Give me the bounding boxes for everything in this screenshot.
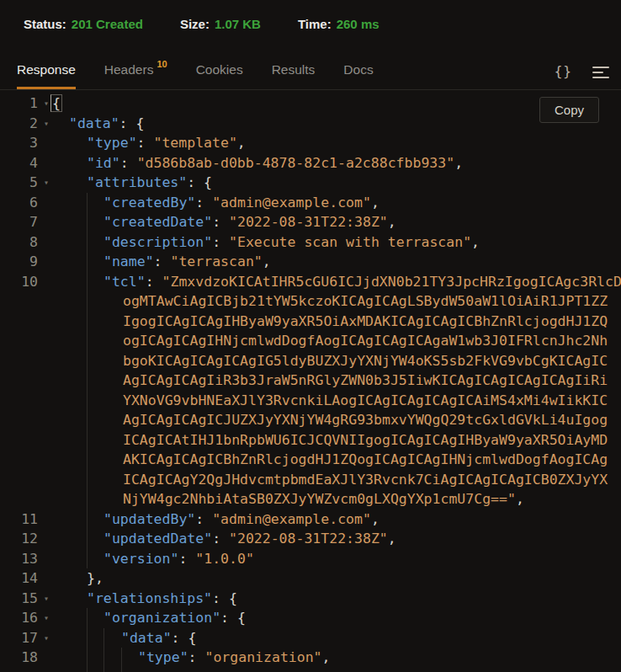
json-string-value: "ZmxvdzoKICAtIHR5cGU6ICJjdXN0b21TY3JpcHR… bbox=[162, 274, 621, 290]
json-key: "description" bbox=[104, 234, 212, 250]
json-punctuation: : bbox=[172, 669, 188, 672]
json-key: "createdDate" bbox=[104, 214, 212, 230]
json-punctuation: : bbox=[195, 195, 212, 211]
json-string-value: AgICAgICAgIiR3b3JraW5nRGlyZWN0b3J5IiwKIC… bbox=[123, 372, 608, 388]
headers-count-badge: 10 bbox=[157, 59, 167, 69]
tab-label: Response bbox=[17, 62, 76, 77]
code-line-text: "name": "terrascan", bbox=[0, 252, 621, 272]
json-punctuation: , bbox=[371, 195, 380, 211]
json-punctuation: { bbox=[50, 94, 62, 112]
code-row: 4"id": "d586b8ab-d0bb-4878-82c1-a2c88cfb… bbox=[0, 153, 621, 173]
json-string-value: NjYW4gc2NhbiAtaSB0ZXJyYWZvcm0gLXQgYXp1cm… bbox=[123, 491, 516, 507]
code-line-text: "organization": { bbox=[0, 608, 621, 628]
json-key: "type" bbox=[87, 135, 137, 151]
tab-label: Results bbox=[272, 62, 316, 77]
code-line-text: "data": { bbox=[0, 628, 621, 648]
code-row: 15▾"relationships": { bbox=[0, 589, 621, 609]
code-line-text: "data": { bbox=[0, 114, 621, 134]
json-key: "organization" bbox=[104, 610, 220, 626]
json-string-value: " bbox=[188, 669, 197, 672]
response-body-code-viewer[interactable]: 1▾{2▾"data": {3"type": "template",4"id":… bbox=[0, 90, 621, 672]
code-row: 9"name": "terrascan", bbox=[0, 252, 621, 272]
code-line-text: "updatedDate": "2022-08-31T22:38Z", bbox=[0, 529, 621, 549]
code-line-text: ogMTAwCiAgICBjb21tYW5kczoKICAgICAgLSBydW… bbox=[0, 291, 621, 312]
json-punctuation: , bbox=[454, 155, 463, 171]
code-row: ICAgICAtIHJ1bnRpbWU6ICJCQVNIIgogICAgICAg… bbox=[0, 430, 621, 451]
json-string-value: "2022-08-31T22:38Z" bbox=[229, 214, 388, 230]
code-row: ogICAgICAgIHNjcmlwdDogfAogICAgICAgICAgaW… bbox=[0, 331, 621, 351]
json-punctuation: }, bbox=[87, 570, 104, 586]
json-punctuation: , bbox=[388, 214, 396, 230]
json-string-value: "1.0.0" bbox=[195, 551, 254, 567]
tabs-host: ResponseHeaders10CookiesResultsDocs bbox=[17, 62, 402, 89]
tab-docs[interactable]: Docs bbox=[343, 62, 373, 89]
time-value: 260 ms bbox=[337, 17, 380, 31]
code-line-text: "tcl": "ZmxvdzoKICAtIHR5cGU6ICJjdXN0b21T… bbox=[0, 272, 621, 292]
json-string-value: "terrascan" bbox=[170, 253, 262, 269]
code-row: AgICAgICAgIiR3b3JraW5nRGlyZWN0b3J5IiwKIC… bbox=[0, 371, 621, 391]
json-key: "attributes" bbox=[87, 174, 187, 190]
json-punctuation: : { bbox=[172, 630, 197, 646]
json-punctuation: , bbox=[263, 253, 271, 269]
code-row: 19"id": " bbox=[0, 668, 621, 672]
code-row: ICAgICAgY2QgJHdvcmtpbmdEaXJlY3Rvcnk7CiAg… bbox=[0, 470, 621, 490]
json-key: "updatedDate" bbox=[104, 531, 212, 547]
code-line-text: ICAgICAgY2QgJHdvcmtpbmdEaXJlY3Rvcnk7CiAg… bbox=[0, 470, 621, 490]
tab-results[interactable]: Results bbox=[272, 62, 316, 89]
code-line-text: "description": "Execute scan with terras… bbox=[0, 232, 621, 253]
json-string-value: "admin@example.com" bbox=[212, 511, 371, 527]
size-label: Size: bbox=[180, 17, 210, 31]
code-line-text: "relationships": { bbox=[0, 589, 621, 609]
code-row: AKICAgICAgICBhZnRlcjogdHJ1ZQogICAgICAgIH… bbox=[0, 450, 621, 470]
code-row: ogMTAwCiAgICBjb21tYW5kczoKICAgICAgLSBydW… bbox=[0, 291, 621, 312]
code-line-text: "attributes": { bbox=[0, 173, 621, 193]
json-punctuation: : { bbox=[220, 610, 246, 626]
json-punctuation: , bbox=[388, 531, 396, 547]
json-string-value: AKICAgICAgICBhZnRlcjogdHJ1ZQogICAgICAgIH… bbox=[123, 451, 608, 467]
code-line-text: AgICAgICAgICJUZXJyYXNjYW4gRG93bmxvYWQgQ2… bbox=[0, 410, 621, 430]
code-row: 8"description": "Execute scan with terra… bbox=[0, 232, 621, 253]
filter-json-icon[interactable]: {} bbox=[555, 63, 572, 79]
status-label: Status: bbox=[24, 17, 66, 31]
code-line-text: AgICAgICAgIiR3b3JraW5nRGlyZWN0b3J5IiwKIC… bbox=[0, 371, 621, 391]
code-line-text: "version": "1.0.0" bbox=[0, 549, 621, 569]
json-string-value: ICAgICAgY2QgJHdvcmtpbmdEaXJlY3Rvcnk7CiAg… bbox=[123, 472, 608, 488]
code-row: YXNoVG9vbHNEaXJlY3RvcnkiLAogICAgICAgICAg… bbox=[0, 391, 621, 411]
tab-response[interactable]: Response bbox=[17, 62, 76, 89]
tab-headers[interactable]: Headers10 bbox=[104, 62, 167, 89]
code-line-text: "createdDate": "2022-08-31T22:38Z", bbox=[0, 212, 621, 232]
json-string-value: AgICAgICAgICJUZXJyYXNjYW4gRG93bmxvYWQgQ2… bbox=[123, 412, 608, 428]
response-menu-icon[interactable] bbox=[592, 65, 609, 78]
json-punctuation: , bbox=[322, 649, 331, 665]
json-punctuation: : bbox=[212, 531, 229, 547]
code-line-text: "createdBy": "admin@example.com", bbox=[0, 193, 621, 213]
code-line-text: NjYW4gc2NhbiAtaSB0ZXJyYWZvcm0gLXQgYXp1cm… bbox=[0, 489, 621, 509]
code-row: 11"updatedBy": "admin@example.com", bbox=[0, 509, 621, 530]
code-line-text: "type": "template", bbox=[0, 133, 621, 153]
json-string-value: "2022-08-31T22:38Z" bbox=[229, 531, 388, 547]
status-group: Status:201 Created bbox=[24, 17, 143, 49]
tab-cookies[interactable]: Cookies bbox=[196, 62, 243, 89]
json-key: "version" bbox=[104, 551, 178, 567]
code-row: 2▾"data": { bbox=[0, 114, 621, 134]
json-punctuation: , bbox=[516, 491, 524, 507]
json-string-value: IgogICAgICAgIHByaW9yaXR5OiAxMDAKICAgICAg… bbox=[123, 313, 608, 329]
json-string-value: "template" bbox=[153, 135, 236, 151]
json-string-value: "Execute scan with terrascan" bbox=[229, 234, 471, 250]
json-string-value: bgoKICAgICAgICAgIG5ldyBUZXJyYXNjYW4oKS5s… bbox=[123, 353, 608, 369]
code-line-text: AKICAgICAgICBhZnRlcjogdHJ1ZQogICAgICAgIH… bbox=[0, 450, 621, 470]
size-group: Size:1.07 KB bbox=[180, 17, 261, 49]
time-label: Time: bbox=[298, 17, 332, 31]
copy-button[interactable]: Copy bbox=[539, 97, 599, 123]
tab-label: Docs bbox=[343, 62, 373, 77]
code-row: 12"updatedDate": "2022-08-31T22:38Z", bbox=[0, 529, 621, 549]
json-key: "id" bbox=[138, 669, 172, 672]
json-punctuation: : { bbox=[119, 115, 145, 131]
json-key: "name" bbox=[104, 253, 154, 269]
json-punctuation: : bbox=[137, 135, 154, 151]
json-string-value: "d586b8ab-d0bb-4878-82c1-a2c88cfbb933" bbox=[137, 155, 455, 171]
json-punctuation: : bbox=[178, 551, 195, 567]
code-row: 18"type": "organization", bbox=[0, 648, 621, 668]
code-row: 13"version": "1.0.0" bbox=[0, 549, 621, 569]
code-row: 5▾"attributes": { bbox=[0, 173, 621, 193]
